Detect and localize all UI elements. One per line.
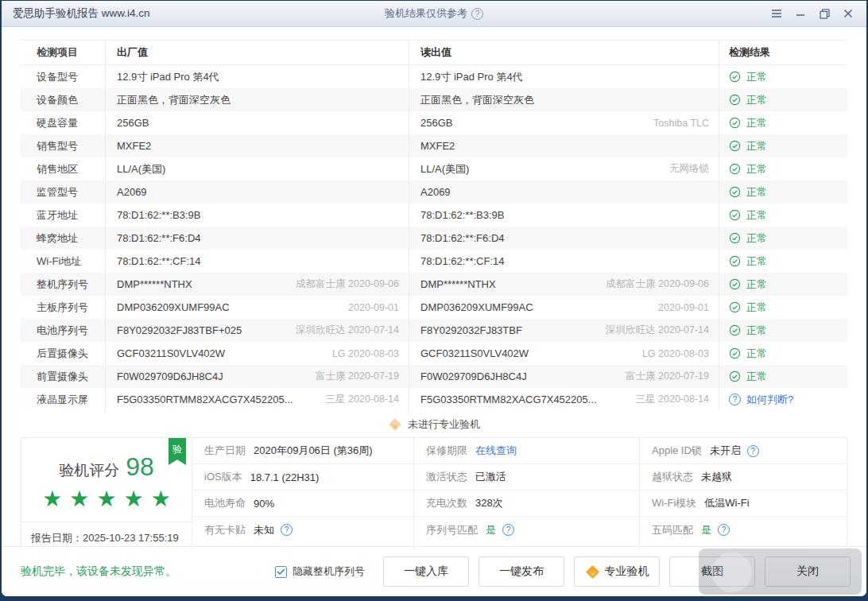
row-item-label: 前置摄像头 [21,370,105,384]
read-note: 2020-09-01 [658,302,709,313]
button-label: 一键入库 [404,564,448,579]
read-note: 成都富士康 2020-09-06 [606,277,709,291]
read-value: 正面黑色，背面深空灰色 [420,93,534,107]
factory-value: MXFE2 [117,140,151,152]
read-note: 三星 2020-08-14 [636,393,709,406]
table-row: 主板序列号 DMP036209XUMF99AC 2020-09-01 DMP03… [21,296,847,319]
info-cell: 电池寿命 90% ? [192,490,413,517]
report-content: 检测项目 出厂值 读出值 检测结果 设备型号 12.9寸 iPad Pro 第4… [2,27,866,596]
close-icon[interactable] [838,4,858,23]
table-row: 蓝牙地址 78:D1:62:**:B3:9B 78:D1:62:**:B3:9B… [21,204,847,227]
factory-value: F5G03350RTMM82XACG7X452205... [117,394,293,405]
info-value: 是 [486,523,496,537]
publish-button[interactable]: 一键发布 [479,556,564,587]
how-to-judge[interactable]: ? 如何判断? [729,393,793,407]
check-circle-icon [729,370,741,382]
read-value: 78:D1:62:**:CF:14 [420,255,505,267]
question-circle-icon: ? [729,394,741,405]
how-to-judge-link[interactable]: 如何判断? [746,393,793,407]
check-circle-icon [729,209,741,221]
col-header-item: 检测项目 [21,45,105,60]
help-icon[interactable]: ? [718,524,730,536]
menu-icon[interactable] [766,4,787,23]
row-item-label: 设备颜色 [21,93,105,107]
screenshot-button[interactable]: 截图 [669,556,755,587]
info-cell: 生产日期 2020年09月06日 (第36周) ? [192,438,413,464]
report-window: 爱思助手验机报告 www.i4.cn 验机结果仅供参考 ? 检测项目 出厂 [2,1,866,596]
close-button[interactable]: 关闭 [765,556,851,587]
factory-value: 12.9寸 iPad Pro 第4代 [117,70,219,84]
help-icon[interactable]: ? [281,524,293,536]
button-label: 专业验机 [605,564,649,579]
factory-note: 三星 2020-08-14 [326,393,399,406]
info-cell: 保修期限 在线查询 ? [414,438,639,464]
check-circle-icon [729,117,741,129]
check-circle-icon [729,255,741,267]
result-normal: 正常 [729,185,767,200]
factory-value: DMP036209XUMF99AC [117,301,230,313]
table-row: 监管型号 A2069 A2069 正常 ? [21,180,847,204]
info-label: 激活状态 [426,470,467,484]
row-item-label: 蜂窝地址 [21,231,105,246]
info-cell: Wi-Fi模块 低温Wi-Fi ? [640,490,847,517]
table-row: 后置摄像头 GCF03211S0VLV402W LG 2020-08-03 GC… [21,342,847,365]
read-value: DMP******NTHX [420,278,496,290]
table-row: 前置摄像头 F0W029709D6JH8C4J 富士康 2020-07-19 F… [21,365,847,388]
factory-value: F0W029709D6JH8C4J [117,370,223,382]
help-icon[interactable]: ? [502,524,514,536]
factory-value: 78:D1:62:**:B3:9B [117,209,201,221]
check-circle-icon [729,140,741,152]
result-normal-text: 正常 [746,185,767,200]
restore-button[interactable] [814,4,835,23]
hide-serial-checkbox[interactable]: 隐藏整机序列号 [275,564,365,579]
info-column-2: 保修期限 在线查询 ? 激活状态 已激活 ? 充电次数 328次 ? 序列号匹配… [413,438,639,549]
read-value: MXFE2 [420,140,455,152]
row-item-label: 销售型号 [21,139,105,153]
stock-in-button[interactable]: 一键入库 [383,556,469,587]
checkbox-icon[interactable] [275,566,287,578]
minimize-button[interactable] [790,4,811,23]
row-item-label: 后置摄像头 [21,347,105,361]
help-icon[interactable]: ? [747,445,759,457]
read-note: 无网络锁 [669,162,709,176]
info-value[interactable]: 在线查询 [475,444,517,458]
button-label: 一键发布 [499,564,544,579]
read-value: DMP036209XUMF99AC [420,301,533,313]
result-normal-text: 正常 [746,70,767,84]
faded-shield-icon [388,417,402,432]
factory-value: F8Y0292032FJ83TBF+025 [117,324,242,336]
factory-note: 富士康 2020-07-19 [316,370,399,383]
pro-verify-button[interactable]: 专业验机 [574,556,660,587]
read-value: F0W029709D6JH8C4J [420,370,527,382]
read-note: 深圳欣旺达 2020-07-14 [606,324,709,337]
footer-bar: 验机完毕，该设备未发现异常。 隐藏整机序列号 一键入库 一键发布 [2,546,866,596]
info-label: 五码匹配 [652,523,693,537]
help-icon[interactable]: ? [471,8,483,20]
result-normal-text: 正常 [746,347,767,361]
result-normal: 正常 [729,70,767,84]
info-label: Wi-Fi模块 [652,496,696,510]
row-item-label: 液晶显示屏 [21,393,105,407]
table-body: 设备型号 12.9寸 iPad Pro 第4代 12.9寸 iPad Pro 第… [21,65,847,411]
read-value: LL/A(美国) [420,162,469,176]
star-icon: ★ [69,488,89,510]
result-normal-text: 正常 [746,254,767,269]
row-item-label: 监管型号 [21,185,105,200]
result-normal-text: 正常 [746,277,767,292]
check-circle-icon [729,163,741,175]
info-value: 已激活 [475,470,506,484]
check-circle-icon [729,278,741,290]
info-value: 未越狱 [701,470,732,484]
status-text: 验机完毕，该设备未发现异常。 [21,564,176,579]
col-header-result: 检测结果 [719,41,847,64]
factory-value: GCF03211S0VLV402W [117,347,225,359]
button-label: 截图 [701,564,723,579]
result-normal: 正常 [729,324,767,338]
result-normal: 正常 [729,162,767,176]
table-row: 设备颜色 正面黑色，背面深空灰色 正面黑色，背面深空灰色 正常 ? [21,88,847,111]
check-circle-icon [729,232,741,244]
read-value: F8Y0292032FJ83TBF [420,324,522,336]
result-normal: 正常 [729,370,767,384]
info-label: 有无卡贴 [204,523,246,537]
check-circle-icon [729,301,741,313]
